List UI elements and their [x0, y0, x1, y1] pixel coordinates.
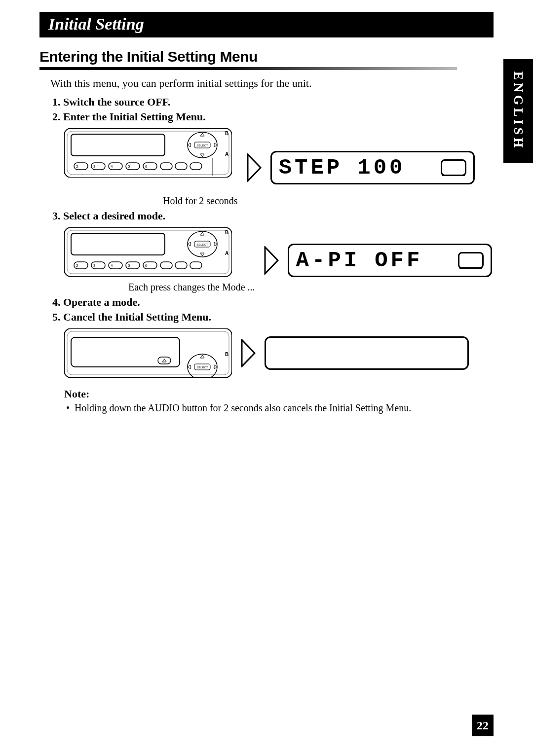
lcd-text-right: 100 — [357, 155, 405, 180]
step-3: Select a desired mode. — [63, 210, 494, 222]
step-5: Cancel the Initial Setting Menu. — [63, 311, 494, 324]
step-1: Switch the source OFF. — [63, 96, 494, 108]
svg-rect-23 — [64, 227, 232, 277]
arrow-icon — [247, 153, 262, 182]
svg-text:3: 3 — [93, 164, 96, 169]
svg-text:6: 6 — [145, 164, 148, 169]
svg-text:4: 4 — [111, 263, 113, 268]
lcd-text-left: STEP — [279, 155, 343, 180]
svg-rect-47 — [71, 337, 180, 367]
svg-rect-10 — [190, 163, 202, 170]
device-panel-illustration: SELECT B — [64, 328, 232, 378]
svg-text:A: A — [225, 251, 228, 256]
svg-text:SELECT: SELECT — [196, 144, 208, 147]
lcd-annunciator-icon — [458, 252, 484, 269]
step-3-figure: 2 3 4 5 6 SELECT B A — [64, 227, 494, 293]
note-item: • Holding down the AUDIO button for 2 se… — [66, 402, 494, 414]
note-title: Note: — [64, 388, 494, 400]
steps-list-cont1: Select a desired mode. — [50, 210, 494, 222]
page-number: 22 — [472, 715, 494, 736]
svg-text:3: 3 — [93, 263, 96, 268]
note-item-text: Holding down the AUDIO button for 2 seco… — [75, 402, 411, 413]
svg-text:5: 5 — [128, 263, 130, 268]
lcd-text-right: OFF — [375, 248, 422, 273]
svg-text:SELECT: SELECT — [196, 243, 208, 246]
arrow-icon — [264, 246, 279, 275]
svg-rect-2 — [71, 134, 165, 156]
step-2: Enter the Initial Setting Menu. — [63, 110, 494, 123]
steps-list-cont2: Operate a mode. Cancel the Initial Setti… — [50, 296, 494, 324]
svg-text:B: B — [225, 230, 228, 235]
step-2-caption: Hold for 2 seconds — [163, 195, 238, 207]
svg-text:5: 5 — [128, 164, 130, 169]
svg-text:6: 6 — [145, 263, 148, 268]
lcd-display-step2: STEP 100 — [270, 151, 475, 184]
svg-text:B: B — [225, 352, 228, 357]
svg-text:2: 2 — [76, 263, 78, 268]
svg-text:A: A — [225, 151, 228, 157]
section-underline — [39, 67, 457, 70]
svg-rect-8 — [160, 163, 172, 170]
language-tab-label: ENGLISH — [511, 72, 526, 151]
svg-rect-31 — [160, 262, 172, 269]
steps-list: Switch the source OFF. Enter the Initial… — [50, 96, 494, 123]
svg-marker-53 — [242, 340, 255, 366]
intro-text: With this menu, you can perform initial … — [50, 77, 494, 90]
chapter-header: Initial Setting — [39, 12, 494, 37]
svg-rect-0 — [64, 128, 232, 178]
device-panel-illustration: 2 3 4 5 6 SELECT B A — [64, 227, 232, 277]
svg-text:2: 2 — [76, 164, 78, 169]
arrow-icon — [241, 339, 256, 367]
svg-text:SELECT: SELECT — [196, 366, 208, 369]
step-3-caption: Each press changes the Mode ... — [128, 282, 255, 293]
svg-rect-45 — [64, 328, 232, 378]
svg-rect-1 — [67, 131, 229, 175]
svg-text:4: 4 — [111, 164, 113, 169]
svg-marker-44 — [265, 247, 278, 274]
svg-marker-22 — [248, 154, 261, 181]
language-tab: ENGLISH — [503, 59, 533, 163]
step-2-figure: 2 3 4 5 6 SELECT B — [64, 128, 494, 207]
step-5-figure: SELECT B — [64, 328, 494, 378]
svg-rect-9 — [175, 163, 187, 170]
svg-rect-32 — [175, 262, 187, 269]
lcd-display-step3: A-PI OFF — [288, 244, 492, 277]
section-title: Entering the Initial Setting Menu — [39, 48, 494, 65]
svg-text:B: B — [225, 131, 228, 136]
svg-rect-48 — [158, 357, 171, 364]
step-4: Operate a mode. — [63, 296, 494, 309]
svg-rect-24 — [67, 230, 229, 274]
device-panel-illustration: 2 3 4 5 6 SELECT B — [64, 128, 232, 178]
lcd-text-left: A-PI — [296, 248, 360, 273]
lcd-annunciator-icon — [441, 159, 466, 176]
svg-rect-25 — [71, 233, 165, 255]
svg-rect-33 — [190, 262, 202, 269]
note-block: Note: • Holding down the AUDIO button fo… — [64, 388, 494, 414]
lcd-display-step5 — [265, 336, 469, 370]
